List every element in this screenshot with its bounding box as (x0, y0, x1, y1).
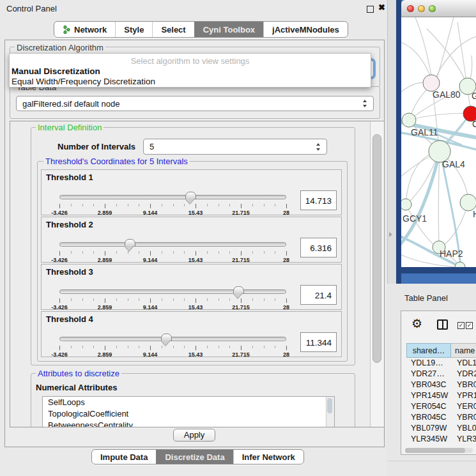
bottom-tab-bar: Impute DataDiscretize DataInfer Network (91, 449, 304, 464)
node-label: G (472, 91, 476, 101)
scrollbar-thumb[interactable] (405, 448, 465, 453)
tick-label: -3.426 (51, 210, 68, 216)
slider-track[interactable] (59, 337, 286, 341)
apply-button[interactable]: Apply (173, 429, 215, 441)
table-cell: YBR043C (406, 380, 451, 390)
panel-divider-arrow-icon[interactable] (389, 232, 392, 237)
tab-discretize-data[interactable]: Discretize Data (156, 450, 233, 464)
threshold-box: Threshold 4-3.4262.8599.14415.4321.71528… (41, 311, 342, 357)
tick-label: 15.43 (188, 351, 203, 358)
algorithm-option-manual-discretization[interactable]: Manual Discretization (10, 66, 371, 77)
threshold-slider[interactable]: -3.4262.8599.14415.4321.71528 (59, 239, 286, 262)
tick-label: -3.426 (51, 304, 68, 311)
slider-thumb[interactable] (233, 286, 244, 294)
table-cell: YDR27… (406, 369, 451, 380)
tab-impute-data[interactable]: Impute Data (92, 450, 156, 464)
section-divider (387, 461, 476, 461)
node-label: GAL4 (442, 159, 465, 169)
tick-label: 28 (283, 257, 289, 263)
table-header-cell-shared[interactable]: shared… (406, 343, 451, 358)
slider-track[interactable] (59, 242, 286, 247)
scrollbar-thumb[interactable] (372, 134, 381, 363)
threshold-value-field[interactable]: 21.4 (300, 285, 337, 305)
algorithm-option-equal-width-frequency-discretization[interactable]: Equal Width/Frequency Discretization (10, 77, 371, 87)
threshold-box: Threshold 2-3.4262.8599.14415.4321.71528… (41, 217, 342, 263)
tab-label: Network (74, 25, 107, 35)
network-node-gal11[interactable] (402, 113, 416, 127)
attributes-list-scrollbar[interactable] (326, 397, 334, 427)
slider-ticks (59, 251, 286, 256)
table-data-combobox[interactable]: galFiltered.sif default node (16, 96, 374, 111)
table-row[interactable]: YBR043CYBR0 (406, 380, 476, 390)
tab-infer-network[interactable]: Infer Network (233, 450, 303, 464)
table-cell: YBL0 (451, 423, 476, 434)
network-canvas[interactable]: GAL80GCGAL11GAL4GCY1HHAP2 (401, 17, 476, 267)
table-header-cell-name[interactable]: name (451, 343, 476, 358)
threshold-slider[interactable]: -3.4262.8599.14415.4321.71528 (59, 192, 286, 215)
scrollbar-thumb[interactable] (327, 398, 332, 413)
table-row[interactable]: YPR145WYPR1 (406, 390, 476, 401)
tick-label: 21.715 (232, 304, 250, 311)
network-node[interactable] (455, 262, 465, 267)
threshold-slider[interactable]: -3.4262.8599.14415.4321.71528 (59, 334, 286, 357)
tab-label: Discretize Data (165, 452, 224, 462)
float-window-icon[interactable] (367, 6, 374, 13)
tick-label: 9.144 (143, 257, 158, 263)
tab-jactivemnodules[interactable]: jActiveMNodules (263, 22, 348, 37)
gear-icon[interactable]: ⚙ (411, 318, 422, 330)
horizontal-scrollbar[interactable] (405, 448, 473, 453)
tab-label: Infer Network (242, 452, 295, 462)
minimize-traffic-light-icon[interactable] (418, 5, 425, 12)
slider-thumb[interactable] (161, 334, 172, 341)
num-intervals-combobox[interactable]: 5 (143, 139, 327, 155)
tick-label: 9.144 (143, 351, 158, 358)
vertical-scrollbar[interactable] (370, 121, 384, 427)
slider-thumb[interactable] (125, 239, 135, 247)
zoom-traffic-light-icon[interactable] (429, 5, 436, 12)
table-row[interactable]: YLR345WYLR3 (406, 434, 476, 445)
threshold-value-field[interactable]: 14.713 (300, 190, 337, 210)
table-cell: YDL1 (451, 358, 476, 369)
attribute-list-item[interactable]: TopologicalCoefficient (43, 408, 334, 420)
close-icon[interactable]: ✖ (378, 3, 385, 12)
table-row[interactable]: YBL079WYBL0 (406, 423, 476, 434)
attributes-list[interactable]: SelfLoopsTopologicalCoefficientBetweenne… (42, 396, 335, 427)
tick-label: 15.43 (188, 257, 203, 263)
table-row[interactable]: YBR045CYBR0 (406, 412, 476, 423)
table-row[interactable]: YDR27…YDR2 (406, 369, 476, 380)
table-row[interactable]: YER054CYER0 (406, 401, 476, 412)
close-traffic-light-icon[interactable] (407, 5, 414, 12)
tab-select[interactable]: Select (152, 22, 194, 37)
attribute-list-item[interactable]: SelfLoops (43, 397, 334, 408)
slider-ticks (59, 298, 286, 303)
slider-thumb[interactable] (185, 192, 196, 199)
threshold-value-field[interactable]: 11.344 (300, 332, 337, 352)
table-cell: YIL053C (406, 445, 451, 447)
top-tab-bar: NetworkStyleSelectCyni ToolboxjActiveMNo… (54, 21, 348, 38)
tick-label: 2.859 (98, 210, 112, 216)
network-view-window: GAL80GCGAL11GAL4GCY1HHAP2 (396, 0, 476, 284)
algorithm-popup-options: Manual DiscretizationEqual Width/Frequen… (10, 66, 371, 87)
checkbox-icon[interactable]: ✓ (457, 322, 464, 329)
thresholds-group-label: Threshold's Coordinates for 5 Intervals (43, 157, 190, 166)
settings-scroll-panel: Interval Definition Number of Intervals … (10, 121, 385, 427)
slider-track[interactable] (59, 195, 286, 199)
attribute-list-item[interactable]: BetweennessCentrality (43, 420, 334, 427)
slider-track[interactable] (59, 289, 286, 294)
table-row[interactable]: YDL19…YDL1 (406, 358, 476, 369)
tick-label: 28 (283, 304, 289, 311)
tab-cyni-toolbox[interactable]: Cyni Toolbox (194, 22, 263, 37)
network-node-gcy1[interactable] (401, 199, 411, 210)
attributes-group-label: Attributes to discretize (36, 369, 121, 378)
tab-style[interactable]: Style (115, 22, 152, 37)
checkbox-icon[interactable]: ✓ (466, 322, 473, 329)
table-row[interactable]: YIL053CYIL0 (406, 445, 476, 447)
table-cell: YLR345W (406, 434, 451, 445)
node-label: GAL11 (411, 127, 438, 137)
threshold-slider[interactable]: -3.4262.8599.14415.4321.71528 (59, 286, 286, 309)
threshold-value-field[interactable]: 6.316 (300, 238, 337, 257)
split-columns-icon[interactable] (437, 319, 448, 330)
network-window-titlebar[interactable] (401, 0, 476, 17)
tab-network[interactable]: Network (54, 22, 115, 37)
table-cell: YER0 (451, 401, 476, 412)
